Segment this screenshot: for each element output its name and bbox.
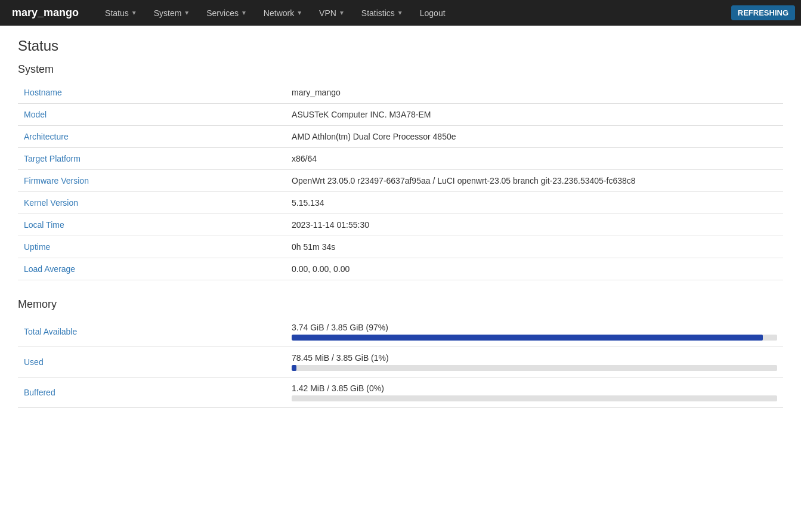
nav-services[interactable]: Services ▼ — [198, 0, 255, 26]
chevron-down-icon: ▼ — [397, 10, 403, 16]
row-value: x86/64 — [286, 148, 783, 170]
table-row: Used 78.45 MiB / 3.85 GiB (1%) — [18, 347, 783, 378]
nav-vpn[interactable]: VPN ▼ — [311, 0, 353, 26]
nav-items: Status ▼ System ▼ Services ▼ Network ▼ V… — [97, 0, 731, 26]
row-label: Architecture — [18, 126, 286, 148]
chevron-down-icon: ▼ — [339, 10, 345, 16]
row-label: Load Average — [18, 258, 286, 280]
row-label: Hostname — [18, 82, 286, 104]
progress-bar-container — [292, 365, 777, 371]
row-value: 2023-11-14 01:55:30 — [286, 214, 783, 236]
system-table: Hostname mary_mango Model ASUSTeK Comput… — [18, 82, 783, 280]
row-value: 3.74 GiB / 3.85 GiB (97%) — [286, 317, 783, 347]
brand-logo[interactable]: mary_mango — [6, 7, 85, 19]
row-value: OpenWrt 23.05.0 r23497-6637af95aa / LuCI… — [286, 170, 783, 192]
table-row: Load Average 0.00, 0.00, 0.00 — [18, 258, 783, 280]
table-row: Firmware Version OpenWrt 23.05.0 r23497-… — [18, 170, 783, 192]
row-value: ASUSTeK Computer INC. M3A78-EM — [286, 104, 783, 126]
row-label: Local Time — [18, 214, 286, 236]
refreshing-button[interactable]: REFRESHING — [731, 5, 795, 20]
table-row: Uptime 0h 51m 34s — [18, 236, 783, 258]
row-label: Model — [18, 104, 286, 126]
row-value: 1.42 MiB / 3.85 GiB (0%) — [286, 378, 783, 408]
memory-table: Total Available 3.74 GiB / 3.85 GiB (97%… — [18, 317, 783, 408]
row-value: mary_mango — [286, 82, 783, 104]
chevron-down-icon: ▼ — [241, 10, 247, 16]
table-row: Target Platform x86/64 — [18, 148, 783, 170]
progress-bar-fill — [292, 335, 763, 341]
row-value: 0.00, 0.00, 0.00 — [286, 258, 783, 280]
row-value: AMD Athlon(tm) Dual Core Processor 4850e — [286, 126, 783, 148]
table-row: Local Time 2023-11-14 01:55:30 — [18, 214, 783, 236]
nav-network[interactable]: Network ▼ — [255, 0, 311, 26]
row-value: 0h 51m 34s — [286, 236, 783, 258]
row-value: 78.45 MiB / 3.85 GiB (1%) — [286, 347, 783, 378]
table-row: Kernel Version 5.15.134 — [18, 192, 783, 214]
row-label: Uptime — [18, 236, 286, 258]
main-content: Status System Hostname mary_mango Model … — [0, 26, 801, 438]
table-row: Total Available 3.74 GiB / 3.85 GiB (97%… — [18, 317, 783, 347]
chevron-down-icon: ▼ — [184, 10, 190, 16]
navbar: mary_mango Status ▼ System ▼ Services ▼ … — [0, 0, 801, 26]
system-section-title: System — [18, 63, 783, 76]
row-label: Total Available — [18, 317, 286, 347]
table-row: Buffered 1.42 MiB / 3.85 GiB (0%) — [18, 378, 783, 408]
memory-section-title: Memory — [18, 298, 783, 311]
nav-status[interactable]: Status ▼ — [97, 0, 146, 26]
nav-statistics[interactable]: Statistics ▼ — [353, 0, 412, 26]
progress-bar-fill — [292, 365, 296, 371]
progress-bar-container — [292, 335, 777, 341]
table-row: Hostname mary_mango — [18, 82, 783, 104]
row-label: Firmware Version — [18, 170, 286, 192]
row-label: Kernel Version — [18, 192, 286, 214]
nav-logout[interactable]: Logout — [412, 0, 454, 26]
page-title: Status — [18, 38, 783, 54]
row-label: Target Platform — [18, 148, 286, 170]
row-label: Used — [18, 347, 286, 378]
table-row: Architecture AMD Athlon(tm) Dual Core Pr… — [18, 126, 783, 148]
chevron-down-icon: ▼ — [131, 10, 137, 16]
row-value: 5.15.134 — [286, 192, 783, 214]
progress-bar-container — [292, 395, 777, 401]
table-row: Model ASUSTeK Computer INC. M3A78-EM — [18, 104, 783, 126]
row-label: Buffered — [18, 378, 286, 408]
nav-system[interactable]: System ▼ — [146, 0, 199, 26]
chevron-down-icon: ▼ — [296, 10, 302, 16]
